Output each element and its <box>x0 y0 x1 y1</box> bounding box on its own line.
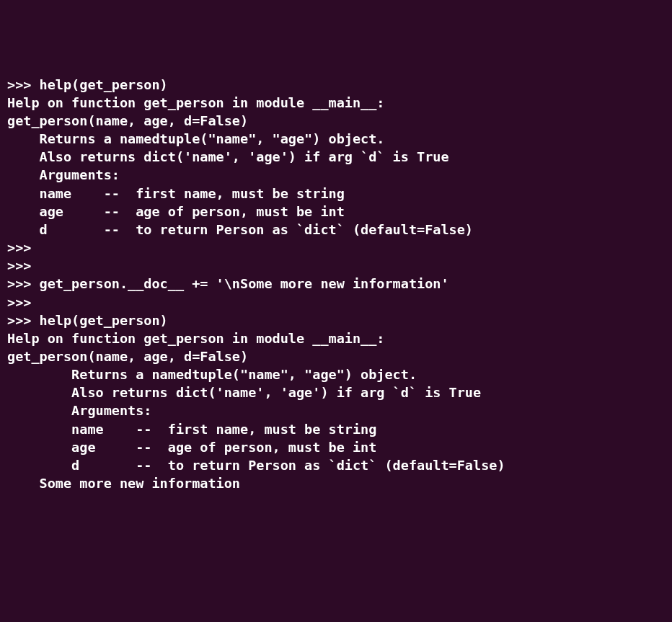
terminal-line: d -- to return Person as `dict` (default… <box>7 221 665 239</box>
terminal-line: get_person(name, age, d=False) <box>7 347 665 365</box>
terminal-line: >>> get_person.__doc__ += '\nSome more n… <box>7 275 665 293</box>
terminal-line: Some more new information <box>7 474 665 492</box>
terminal-line: name -- first name, must be string <box>7 420 665 438</box>
terminal-line: Also returns dict('name', 'age') if arg … <box>7 383 665 401</box>
terminal-line: >>> help(get_person) <box>7 311 665 329</box>
terminal-line: age -- age of person, must be int <box>7 203 665 221</box>
terminal-line: Returns a namedtuple("name", "age") obje… <box>7 130 665 148</box>
terminal-line: d -- to return Person as `dict` (default… <box>7 456 665 474</box>
terminal-line: age -- age of person, must be int <box>7 438 665 456</box>
terminal-line: >>> <box>7 257 665 275</box>
terminal-line: Returns a namedtuple("name", "age") obje… <box>7 365 665 383</box>
terminal-line: Also returns dict('name', 'age') if arg … <box>7 148 665 166</box>
terminal-line: name -- first name, must be string <box>7 185 665 203</box>
terminal-line: Arguments: <box>7 166 665 184</box>
terminal-line: >>> <box>7 293 665 311</box>
terminal-line: >>> <box>7 239 665 257</box>
terminal-line: get_person(name, age, d=False) <box>7 112 665 130</box>
terminal-window[interactable]: >>> help(get_person)Help on function get… <box>7 76 665 493</box>
terminal-line: Help on function get_person in module __… <box>7 94 665 112</box>
terminal-line: Help on function get_person in module __… <box>7 329 665 347</box>
terminal-line: >>> help(get_person) <box>7 76 665 94</box>
terminal-line: Arguments: <box>7 401 665 419</box>
